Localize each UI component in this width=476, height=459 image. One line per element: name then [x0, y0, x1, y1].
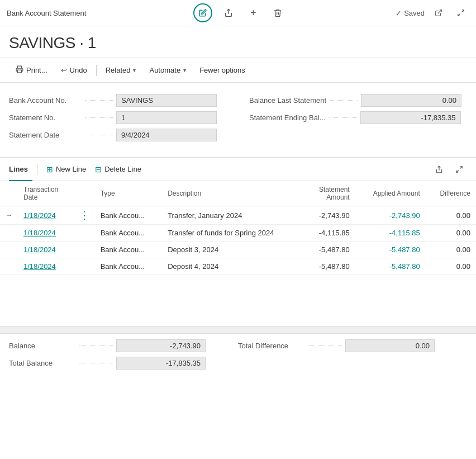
app-title: Bank Account Statement: [7, 9, 86, 17]
check-icon: ✓: [396, 9, 402, 17]
row-date[interactable]: 1/18/2024: [18, 242, 74, 258]
row-difference: 0.00: [426, 242, 476, 258]
print-icon: [16, 65, 23, 75]
field-bank-account-no: Bank Account No. SAVINGS: [9, 94, 227, 107]
table-header-row: TransactionDate Type Description Stateme…: [0, 181, 476, 206]
undo-icon: ↩: [61, 66, 67, 74]
row-date[interactable]: 1/18/2024: [18, 206, 74, 225]
row-date[interactable]: 1/18/2024: [18, 225, 74, 242]
table-row: 1/18/2024 Bank Accou... Transfer of fund…: [0, 225, 476, 242]
lines-share-icon[interactable]: [431, 162, 447, 177]
balance-row: Balance -2,743.90: [9, 339, 238, 352]
row-description: Transfer, January 2024: [162, 206, 304, 225]
action-bar: Print... ↩ Undo Related ▾ Automate ▾ Few…: [0, 58, 476, 83]
lines-table: TransactionDate Type Description Stateme…: [0, 181, 476, 275]
field-statement-no: Statement No. 1: [9, 111, 227, 124]
fewer-options-button[interactable]: Fewer options: [193, 58, 252, 83]
form-left: Bank Account No. SAVINGS Statement No. 1…: [9, 94, 227, 146]
automate-dropdown-icon: ▾: [183, 67, 186, 73]
field-label-balance-last: Balance Last Statement: [249, 96, 326, 105]
lines-header: Lines ⊞ New Line ⊟ Delete Line: [0, 158, 476, 181]
lines-tab[interactable]: Lines: [9, 158, 32, 181]
row-arrow-cell: [0, 225, 18, 242]
col-description: Description: [162, 181, 304, 206]
field-value-statement-ending: -17,835.35: [360, 111, 461, 124]
footer-right: Total Difference 0.00: [238, 339, 467, 374]
balance-value: -2,743.90: [116, 339, 206, 352]
add-button[interactable]: +: [245, 4, 261, 21]
row-applied-amount: -5,487.80: [355, 242, 426, 258]
svg-rect-4: [18, 70, 22, 73]
horizontal-scrollbar[interactable]: [0, 326, 476, 333]
popout-button[interactable]: [430, 4, 447, 21]
lines-scroll-area[interactable]: TransactionDate Type Description Stateme…: [0, 181, 476, 326]
field-statement-ending-bal: Statement Ending Bal... -17,835.35: [249, 111, 467, 124]
total-difference-row: Total Difference 0.00: [238, 339, 467, 352]
total-balance-row: Total Balance -17,835.35: [9, 357, 238, 370]
row-dots[interactable]: [74, 258, 95, 275]
row-description: Transfer of funds for Spring 2024: [162, 225, 304, 242]
row-arrow-cell: [0, 258, 18, 275]
row-type: Bank Accou...: [95, 242, 163, 258]
page-title-bar: SAVINGS · 1: [0, 26, 476, 58]
row-type: Bank Accou...: [95, 225, 163, 242]
col-date: TransactionDate: [18, 181, 74, 206]
related-label: Related: [106, 66, 131, 74]
automate-label: Automate: [149, 66, 180, 74]
new-line-button[interactable]: ⊞ New Line: [42, 158, 91, 181]
lines-table-wrapper: TransactionDate Type Description Stateme…: [0, 181, 476, 333]
svg-line-3: [458, 13, 460, 16]
automate-button[interactable]: Automate ▾: [142, 58, 193, 83]
expand-button[interactable]: [453, 4, 469, 21]
related-button[interactable]: Related ▾: [99, 58, 143, 83]
delete-button[interactable]: [269, 4, 286, 21]
field-value-balance-last: 0.00: [361, 94, 461, 107]
row-statement-amount: -5,487.80: [304, 242, 355, 258]
row-description: Deposit 4, 2024: [162, 258, 304, 275]
field-label-statement-no: Statement No.: [9, 113, 82, 122]
top-bar-icons: +: [193, 3, 286, 22]
lines-tab-separator: [37, 164, 37, 175]
svg-line-6: [460, 166, 462, 168]
row-description: Deposit 3, 2024: [162, 242, 304, 258]
print-button[interactable]: Print...: [9, 58, 54, 83]
field-statement-date: Statement Date 9/4/2024: [9, 129, 227, 141]
fewer-options-label: Fewer options: [199, 66, 245, 74]
row-dots[interactable]: ⋮: [74, 206, 95, 225]
row-difference: 0.00: [426, 206, 476, 225]
delete-line-button[interactable]: ⊟ Delete Line: [91, 158, 146, 181]
new-line-label: New Line: [56, 165, 86, 173]
action-separator-1: [96, 65, 97, 76]
row-dots[interactable]: [74, 225, 95, 242]
form-area: Bank Account No. SAVINGS Statement No. 1…: [0, 83, 476, 157]
edit-button[interactable]: [193, 3, 212, 22]
svg-line-2: [461, 10, 464, 12]
field-balance-last-statement: Balance Last Statement 0.00: [249, 94, 467, 107]
row-date[interactable]: 1/18/2024: [18, 258, 74, 275]
col-dots-header: [74, 181, 95, 206]
col-applied-amount: Applied Amount: [355, 181, 426, 206]
lines-right-icons: [431, 162, 467, 177]
col-difference: Difference: [426, 181, 476, 206]
undo-button[interactable]: ↩ Undo: [54, 58, 94, 83]
lines-expand-icon[interactable]: [451, 162, 467, 177]
total-difference-value: 0.00: [345, 339, 435, 352]
row-type: Bank Accou...: [95, 206, 163, 225]
footer-totals: Balance -2,743.90 Total Balance -17,835.…: [0, 333, 476, 380]
share-button[interactable]: [220, 4, 237, 21]
delete-line-label: Delete Line: [104, 165, 141, 173]
row-applied-amount: -2,743.90: [355, 206, 426, 225]
field-value-statement-no: 1: [116, 111, 217, 124]
page-title: SAVINGS · 1: [9, 34, 467, 52]
table-row: → 1/18/2024 ⋮ Bank Accou... Transfer, Ja…: [0, 206, 476, 225]
row-type: Bank Accou...: [95, 258, 163, 275]
undo-label: Undo: [70, 66, 87, 74]
row-difference: 0.00: [426, 258, 476, 275]
table-row: 1/18/2024 Bank Accou... Deposit 3, 2024 …: [0, 242, 476, 258]
print-label: Print...: [26, 66, 47, 74]
row-dots[interactable]: [74, 242, 95, 258]
col-arrow: [0, 181, 18, 206]
field-label-statement-ending: Statement Ending Bal...: [249, 113, 326, 122]
row-statement-amount: -4,115.85: [304, 225, 355, 242]
field-value-statement-date: 9/4/2024: [116, 129, 217, 141]
